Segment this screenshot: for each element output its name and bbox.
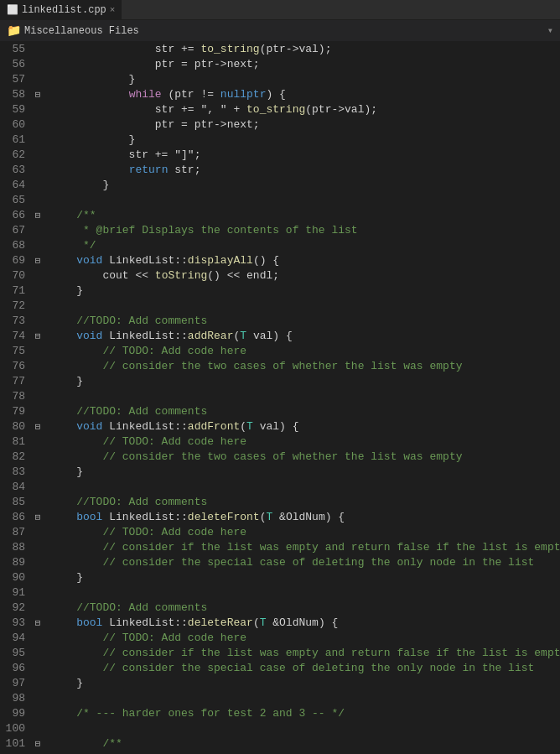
code-line: // consider the two cases of whether the…	[50, 450, 560, 465]
fold-indicator	[32, 706, 44, 721]
chevron-down-icon[interactable]: ▾	[547, 24, 553, 37]
token: }	[50, 284, 83, 297]
fold-indicator	[32, 404, 44, 419]
code-line: }	[50, 465, 560, 480]
line-number: 101	[0, 736, 25, 751]
line-number: 59	[0, 102, 25, 117]
close-tab-button[interactable]: ×	[110, 5, 116, 15]
code-line: void LinkedList::addFront(T val) {	[50, 419, 560, 434]
token: //TODO: Add comments	[50, 405, 207, 418]
fold-indicator[interactable]: ⊟	[32, 87, 44, 102]
fold-indicator[interactable]: ⊟	[32, 208, 44, 223]
line-number: 60	[0, 117, 25, 133]
code-line: }	[50, 178, 560, 193]
line-number: 98	[0, 691, 25, 706]
token: cout <<	[50, 269, 155, 282]
fold-indicator[interactable]: ⊟	[32, 736, 44, 751]
code-line: cout << toString() << endl;	[50, 268, 560, 283]
token: (ptr !=	[162, 88, 220, 101]
code-line	[50, 480, 560, 495]
line-number: 69	[0, 253, 25, 268]
token: toString	[155, 269, 207, 282]
line-number: 86	[0, 510, 25, 525]
fold-indicator	[32, 450, 44, 465]
code-line: return str;	[50, 163, 560, 178]
toolbar-label: Miscellaneous Files	[24, 25, 544, 37]
line-number: 80	[0, 419, 25, 434]
line-number: 55	[0, 42, 25, 57]
token: }	[50, 571, 83, 584]
code-line: // consider the two cases of whether the…	[50, 359, 560, 374]
token: &OldNum) {	[272, 511, 345, 523]
token: str += ", " +	[50, 103, 246, 116]
token: // consider the two cases of whether the…	[50, 450, 462, 463]
code-line: //TODO: Add comments	[50, 601, 560, 616]
fold-indicator	[32, 631, 44, 646]
code-line: void LinkedList::addRear(T val) {	[50, 329, 560, 344]
fold-indicator[interactable]: ⊟	[32, 329, 44, 344]
active-tab[interactable]: ⬜ linkedlist.cpp ×	[0, 0, 122, 19]
line-number: 89	[0, 555, 25, 570]
token: //TODO: Add comments	[50, 496, 207, 508]
token: deleteRear	[188, 616, 253, 629]
code-line: // consider if the list was empty and re…	[50, 540, 560, 555]
line-number: 78	[0, 389, 25, 404]
code-line: }	[50, 133, 560, 148]
code-line: // TODO: Add code here	[50, 344, 560, 359]
token: str;	[168, 164, 200, 176]
token: () << endl;	[207, 269, 279, 282]
line-number: 77	[0, 374, 25, 389]
token: LinkedList::	[102, 330, 187, 342]
token: }	[50, 375, 83, 387]
token: * @brief Displays the contents of the li…	[50, 224, 358, 237]
code-line	[50, 585, 560, 601]
code-line	[50, 691, 560, 706]
fold-indicator	[32, 540, 44, 555]
fold-indicator[interactable]: ⊟	[32, 419, 44, 434]
token: }	[50, 133, 135, 146]
fold-indicator	[32, 102, 44, 117]
code-line: //TODO: Add comments	[50, 314, 560, 329]
token: void	[76, 420, 102, 433]
fold-indicator[interactable]: ⊟	[32, 616, 44, 631]
code-line: //TODO: Add comments	[50, 404, 560, 419]
token	[50, 511, 76, 523]
fold-indicator[interactable]: ⊟	[32, 253, 44, 268]
token: displayAll	[188, 254, 253, 267]
fold-indicator[interactable]: ⊟	[32, 510, 44, 525]
token	[50, 420, 76, 433]
token: (	[240, 420, 246, 433]
line-number: 72	[0, 299, 25, 314]
code-content: str += to_string(ptr->val); ptr = ptr->n…	[44, 42, 560, 754]
token: // consider the special case of deleting…	[50, 662, 534, 674]
code-line: str += "]";	[50, 148, 560, 163]
line-numbers: 5556575859606162636465666768697071727374…	[0, 42, 32, 754]
line-number: 64	[0, 178, 25, 193]
line-number: 87	[0, 525, 25, 540]
fold-indicator	[32, 148, 44, 163]
fold-indicator	[32, 314, 44, 329]
fold-indicator	[32, 646, 44, 661]
fold-gutter-col: ⊟⊟⊟⊟⊟⊟⊟⊟⊟	[32, 42, 44, 754]
code-line: ptr = ptr->next;	[50, 117, 560, 133]
line-number: 71	[0, 283, 25, 299]
code-line: //TODO: Add comments	[50, 495, 560, 510]
code-line: // TODO: Add code here	[50, 525, 560, 540]
token: (	[253, 616, 260, 629]
fold-indicator	[32, 359, 44, 374]
token: LinkedList::	[102, 420, 187, 433]
token: }	[50, 465, 83, 478]
fold-indicator	[32, 434, 44, 450]
token: // TODO: Add code here	[50, 435, 246, 448]
tab-filename: linkedlist.cpp	[22, 4, 106, 16]
token: bool	[76, 511, 102, 523]
line-number: 63	[0, 163, 25, 178]
code-line: }	[50, 570, 560, 585]
token	[50, 88, 129, 101]
token: //TODO: Add comments	[50, 315, 207, 327]
fold-indicator	[32, 661, 44, 676]
fold-indicator	[32, 585, 44, 601]
fold-indicator	[32, 465, 44, 480]
code-line: // TODO: Add code here	[50, 631, 560, 646]
line-number: 74	[0, 329, 25, 344]
